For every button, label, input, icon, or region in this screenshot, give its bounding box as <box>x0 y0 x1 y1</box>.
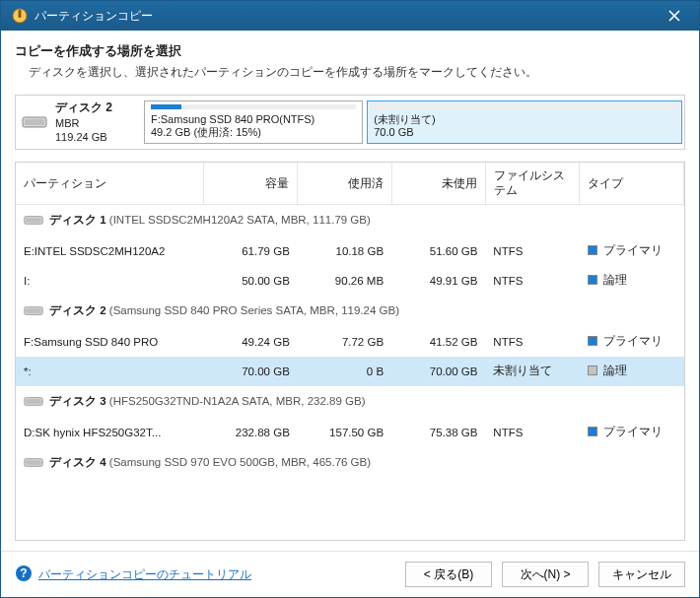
disk-icon <box>22 114 47 130</box>
footer: ? パーティションコピーのチュートリアル < 戻る(B) 次へ(N) > キャン… <box>1 551 699 597</box>
cell-filesystem: 未割り当て <box>485 357 579 386</box>
cell-type: プライマリ <box>580 418 684 447</box>
partition-block-label: (未割り当て) <box>374 113 675 127</box>
partition-row[interactable]: I:50.00 GB90.26 MB49.91 GBNTFS論理 <box>16 266 684 296</box>
cell-free: 70.00 GB <box>391 357 485 386</box>
partition-row[interactable]: F:Samsung SSD 840 PRO49.24 GB7.72 GB41.5… <box>16 327 684 357</box>
partition-row[interactable]: E:INTEL SSDSC2MH120A261.79 GB10.18 GB51.… <box>16 236 684 266</box>
next-button[interactable]: 次へ(N) > <box>502 562 589 587</box>
svg-rect-7 <box>26 309 40 314</box>
type-swatch-icon <box>588 275 597 285</box>
disk-icon <box>24 456 43 469</box>
disk-group-header: ディスク 4 (Samsung SSD 970 EVO 500GB, MBR, … <box>16 447 684 479</box>
table-body: ディスク 1 (INTEL SSDSC2MH120A2 SATA, MBR, 1… <box>16 205 684 479</box>
col-type[interactable]: タイプ <box>580 163 684 205</box>
cell-partition: E:INTEL SSDSC2MH120A2 <box>16 236 204 266</box>
cell-capacity: 232.88 GB <box>204 418 298 447</box>
cell-free: 41.52 GB <box>391 327 485 357</box>
dialog-window: パーティションコピー コピーを作成する場所を選択 ディスクを選択し、選択されたパ… <box>0 0 700 598</box>
cell-capacity: 50.00 GB <box>204 266 298 296</box>
cell-used: 7.72 GB <box>298 327 391 357</box>
cell-partition: D:SK hynix HFS250G32T... <box>16 418 204 447</box>
partition-table: パーティション 容量 使用済 未使用 ファイルシステム タイプ ディスク 1 (… <box>16 163 684 479</box>
partition-row[interactable]: D:SK hynix HFS250G32T...232.88 GB157.50 … <box>16 418 684 447</box>
cell-filesystem: NTFS <box>485 418 579 447</box>
cell-type: 論理 <box>580 357 684 386</box>
cell-used: 157.50 GB <box>298 418 391 447</box>
disk-group-header: ディスク 3 (HFS250G32TND-N1A2A SATA, MBR, 23… <box>16 386 684 418</box>
disk-summary-name: ディスク 2 <box>55 100 112 116</box>
partition-block-sublabel: 70.0 GB <box>374 126 675 140</box>
cell-type: 論理 <box>580 266 684 296</box>
partition-block-sublabel: 49.2 GB (使用済: 15%) <box>151 126 356 140</box>
cell-capacity: 61.79 GB <box>204 236 298 266</box>
cell-partition: I: <box>16 266 204 296</box>
partition-block-label: F:Samsung SSD 840 PRO(NTFS) <box>151 113 356 127</box>
disk-group-header: ディスク 2 (Samsung SSD 840 PRO Series SATA,… <box>16 296 684 327</box>
disk-meta: ディスク 2 MBR 119.24 GB <box>16 96 144 149</box>
window-title: パーティションコピー <box>35 8 660 25</box>
cell-type: プライマリ <box>580 327 684 357</box>
cell-free: 51.60 GB <box>391 236 485 266</box>
svg-rect-9 <box>26 400 40 405</box>
col-used[interactable]: 使用済 <box>298 163 391 205</box>
cell-partition: *: <box>16 357 204 386</box>
cell-capacity: 49.24 GB <box>204 327 298 357</box>
svg-rect-3 <box>25 119 44 125</box>
svg-rect-1 <box>19 10 22 18</box>
disk-bar-partition[interactable]: F:Samsung SSD 840 PRO(NTFS)49.2 GB (使用済:… <box>144 100 363 144</box>
type-swatch-icon <box>588 336 597 346</box>
col-free[interactable]: 未使用 <box>391 163 485 205</box>
type-swatch-icon <box>588 365 597 375</box>
disk-summary-size: 119.24 GB <box>55 130 112 144</box>
page-subheading: ディスクを選択し、選択されたパーティションのコピーを作成する場所をマークしてくだ… <box>29 64 685 81</box>
partition-table-wrap[interactable]: パーティション 容量 使用済 未使用 ファイルシステム タイプ ディスク 1 (… <box>15 162 685 541</box>
cell-capacity: 70.00 GB <box>204 357 298 386</box>
disk-icon <box>24 395 43 408</box>
close-button[interactable] <box>660 1 689 31</box>
cell-filesystem: NTFS <box>485 327 579 357</box>
app-icon <box>11 7 29 25</box>
svg-text:?: ? <box>20 566 27 580</box>
cell-type: プライマリ <box>580 236 684 266</box>
cell-free: 49.91 GB <box>391 266 485 296</box>
col-capacity[interactable]: 容量 <box>204 163 298 205</box>
cancel-button[interactable]: キャンセル <box>598 562 685 587</box>
help-icon: ? <box>15 565 33 585</box>
cell-free: 75.38 GB <box>391 418 485 447</box>
cell-partition: F:Samsung SSD 840 PRO <box>16 327 204 357</box>
help-link-group: ? パーティションコピーのチュートリアル <box>15 565 251 585</box>
disk-summary-scheme: MBR <box>55 116 112 130</box>
disk-icon <box>24 214 43 227</box>
page-heading: コピーを作成する場所を選択 <box>15 42 685 60</box>
disk-meta-text: ディスク 2 MBR 119.24 GB <box>55 100 112 144</box>
disk-summary-panel: ディスク 2 MBR 119.24 GB F:Samsung SSD 840 P… <box>15 95 685 150</box>
svg-rect-5 <box>26 219 40 224</box>
type-swatch-icon <box>588 245 597 255</box>
disk-bar-partition[interactable]: (未割り当て)70.0 GB <box>367 100 682 144</box>
disk-layout-bar: F:Samsung SSD 840 PRO(NTFS)49.2 GB (使用済:… <box>144 96 684 149</box>
titlebar: パーティションコピー <box>1 1 699 31</box>
disk-icon <box>24 304 43 317</box>
col-filesystem[interactable]: ファイルシステム <box>485 163 579 205</box>
cell-filesystem: NTFS <box>485 236 579 266</box>
table-header-row: パーティション 容量 使用済 未使用 ファイルシステム タイプ <box>16 163 684 205</box>
tutorial-link[interactable]: パーティションコピーのチュートリアル <box>38 566 251 583</box>
partition-row[interactable]: *:70.00 GB0 B70.00 GB未割り当て論理 <box>16 357 684 386</box>
col-partition[interactable]: パーティション <box>16 163 204 205</box>
content-area: コピーを作成する場所を選択 ディスクを選択し、選択されたパーティションのコピーを… <box>1 31 699 551</box>
cell-filesystem: NTFS <box>485 266 579 296</box>
cell-used: 10.18 GB <box>298 236 391 266</box>
type-swatch-icon <box>588 427 597 436</box>
cell-used: 0 B <box>298 357 391 386</box>
back-button[interactable]: < 戻る(B) <box>405 562 492 587</box>
svg-rect-11 <box>26 461 40 466</box>
disk-group-header: ディスク 1 (INTEL SSDSC2MH120A2 SATA, MBR, 1… <box>16 205 684 236</box>
cell-used: 90.26 MB <box>298 266 391 296</box>
